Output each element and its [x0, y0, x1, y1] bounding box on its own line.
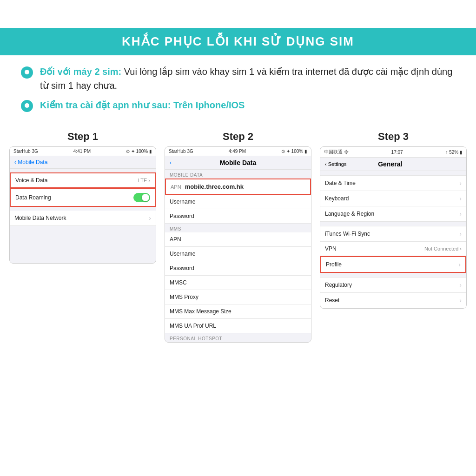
pin-icon-2 — [19, 99, 35, 116]
step2-password: Password — [165, 209, 311, 224]
step2-nav: ‹ Mobile Data — [165, 156, 311, 170]
step1-network-label: Mobile Data Network — [14, 215, 66, 221]
step1-status-bar: StarHub 3G 4:41 PM ⊙ ✦ 100% ▮ — [10, 147, 156, 156]
step1-title: Step 1 — [67, 131, 98, 143]
step2-mms-password: Password — [165, 261, 311, 276]
header-banner: KHẮC PHỤC LỖI KHI SỬ DỤNG SIM — [0, 28, 476, 55]
step2-password-label: Password — [170, 213, 194, 219]
content-area: Đối với máy 2 sim: Vui lòng lắp sim vào … — [0, 55, 476, 126]
step1-chevron: › — [149, 214, 151, 222]
step3-spacer3 — [320, 273, 466, 278]
step2-container: Step 2 StarHub 3G 4:49 PM ⊙ ✦ 100% ▮ ‹ M… — [165, 131, 311, 343]
step2-apn-label: APN — [171, 184, 181, 190]
step3-carrier: 中国联通 令 — [324, 149, 349, 155]
step1-lte: LTE › — [138, 178, 150, 183]
step1-time: 4:41 PM — [73, 149, 91, 154]
page-wrapper: KHẮC PHỤC LỖI KHI SỬ DỤNG SIM Đối với má… — [0, 0, 476, 476]
step1-container: Step 1 StarHub 3G 4:41 PM ⊙ ✦ 100% ▮ ‹ M… — [9, 131, 156, 343]
step2-apn-value: mobile.three.com.hk — [185, 183, 244, 190]
bullet-text-1: Đối với máy 2 sim: Vui lòng lắp sim vào … — [40, 65, 457, 93]
step2-time: 4:49 PM — [229, 149, 246, 154]
step3-time: 17:07 — [391, 150, 403, 155]
step1-row-voice: Voice & Data LTE › — [10, 172, 156, 188]
step3-screen-title: General — [378, 160, 402, 168]
step2-bottom-header: PERSONAL HOTSPOT — [165, 333, 311, 342]
step3-profile-label: Profile — [326, 261, 342, 268]
step1-battery: ⊙ ✦ 100% ▮ — [126, 149, 152, 154]
step1-row-network[interactable]: Mobile Data Network › — [10, 211, 156, 226]
step2-mms-ua: MMS UA Prof URL — [165, 319, 311, 333]
step3-vpn[interactable]: VPN Not Connected › — [320, 242, 466, 256]
step3-profile[interactable]: Profile › — [320, 256, 466, 273]
step3-mockup: 中国联通 令 17:07 ↑ 52% ▮ ‹ Settings General … — [320, 146, 467, 309]
bullet-item-2: Kiểm tra cài đặt apn như sau: Trên Iphon… — [19, 98, 457, 116]
step2-title: Step 2 — [223, 131, 253, 143]
step2-mmsc: MMSC — [165, 276, 311, 290]
step3-regulatory[interactable]: Regulatory › — [320, 278, 466, 293]
step1-nav: ‹ Mobile Data — [10, 156, 156, 169]
banner-title: KHẮC PHỤC LỖI KHI SỬ DỤNG SIM — [9, 34, 467, 49]
step3-itunes[interactable]: iTunes Wi-Fi Sync › — [320, 226, 466, 242]
bullet-bold-1: Đối với máy 2 sim: — [40, 66, 121, 77]
step3-profile-chevron: › — [458, 261, 461, 268]
step2-mms-max: MMS Max Message Size — [165, 304, 311, 319]
step3-reset[interactable]: Reset › — [320, 293, 466, 308]
step3-battery: ↑ 52% ▮ — [445, 150, 463, 155]
step3-keyboard[interactable]: Keyboard › — [320, 191, 466, 206]
step3-spacer2 — [320, 222, 466, 226]
bullet-bold-2: Kiểm tra cài đặt apn như sau: Trên Iphon… — [40, 100, 245, 110]
step2-screen-title: Mobile Data — [220, 159, 257, 166]
step2-mms-apn: APN — [165, 232, 311, 247]
bullet-text-2: Kiểm tra cài đặt apn như sau: Trên Iphon… — [40, 98, 245, 112]
step3-container: Step 3 中国联通 令 17:07 ↑ 52% ▮ ‹ Settings G… — [320, 131, 467, 343]
step1-row-roaming: Data Roaming — [10, 188, 156, 207]
bullet-item-1: Đối với máy 2 sim: Vui lòng lắp sim vào … — [19, 65, 457, 93]
pin-icon-1 — [19, 66, 35, 82]
step3-language[interactable]: Language & Region › — [320, 206, 466, 222]
step2-battery: ⊙ ✦ 100% ▮ — [281, 149, 307, 154]
step3-nav: ‹ Settings General — [320, 158, 466, 171]
step2-carrier: StarHub 3G — [169, 149, 193, 154]
step2-back[interactable]: ‹ — [170, 159, 172, 166]
step1-back[interactable]: ‹ Mobile Data — [14, 159, 47, 165]
steps-section: Step 1 StarHub 3G 4:41 PM ⊙ ✦ 100% ▮ ‹ M… — [0, 131, 476, 343]
step1-mockup: StarHub 3G 4:41 PM ⊙ ✦ 100% ▮ ‹ Mobile D… — [9, 146, 156, 264]
svg-point-3 — [25, 103, 29, 108]
step3-datetime[interactable]: Date & Time › — [320, 176, 466, 191]
step3-spacer1 — [320, 171, 466, 176]
svg-point-1 — [25, 70, 29, 74]
step1-voice-label: Voice & Data — [15, 177, 47, 184]
step3-title: Step 3 — [378, 131, 409, 143]
step2-username-label: Username — [170, 198, 195, 205]
step2-mockup: StarHub 3G 4:49 PM ⊙ ✦ 100% ▮ ‹ Mobile D… — [165, 146, 311, 343]
step1-roaming-label: Data Roaming — [15, 194, 51, 201]
step2-mms-username: Username — [165, 247, 311, 261]
step3-status-bar: 中国联通 令 17:07 ↑ 52% ▮ — [320, 147, 466, 158]
step2-mms-proxy: MMS Proxy — [165, 290, 311, 304]
step2-apn-row: APN mobile.three.com.hk — [165, 178, 311, 195]
step2-status-bar: StarHub 3G 4:49 PM ⊙ ✦ 100% ▮ — [165, 147, 311, 156]
step3-back[interactable]: ‹ Settings — [325, 161, 346, 167]
step1-toggle[interactable] — [133, 193, 150, 202]
step1-carrier: StarHub 3G — [13, 149, 38, 154]
step2-mms-header: MMS — [165, 224, 311, 232]
step2-section-header: MOBILE DATA — [165, 170, 311, 178]
step2-username: Username — [165, 195, 311, 209]
